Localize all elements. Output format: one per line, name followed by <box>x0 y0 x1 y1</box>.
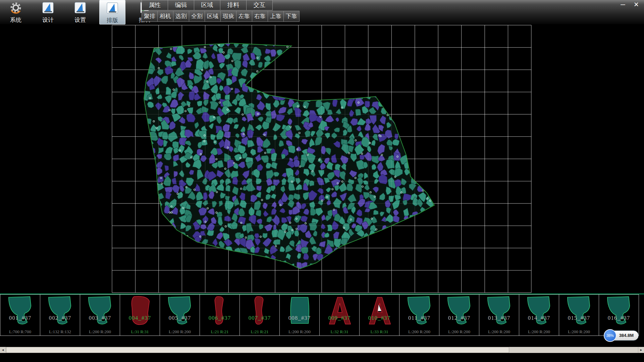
piece-thumbnail[interactable]: 008_#37L:200 R:200 <box>279 294 320 336</box>
tool-button-7[interactable]: 左靠 <box>236 11 252 22</box>
piece-thumbnail[interactable]: 012_#37L:200 R:200 <box>439 294 479 336</box>
piece-thumbnail[interactable]: 001_#37L:700 R:700 <box>0 294 40 336</box>
gear-icon <box>9 1 22 15</box>
piece-thumbnail[interactable]: 009_#37L:32 R:31 <box>319 294 360 336</box>
piece-lr-count: L:132 R:132 <box>40 329 80 335</box>
tool-button-5[interactable]: 区域 <box>205 11 221 22</box>
design-icon <box>42 1 54 15</box>
piece-thumbnail[interactable]: 010_#37L:33 R:31 <box>359 294 399 336</box>
toolbar-button-1[interactable]: 系统 <box>3 0 29 24</box>
toolbar-button-label: 排版 <box>107 16 118 24</box>
tool-button-9[interactable]: 上靠 <box>268 11 284 22</box>
nesting-canvas[interactable] <box>0 24 644 294</box>
piece-thumbnail[interactable]: 011_#37L:200 R:200 <box>399 294 439 336</box>
menu-area: 属性编辑区域排料交互 聚排相机选割全割区域瑕疵左靠右靠上靠下靠 <box>142 0 299 22</box>
piece-id: 007_#37 <box>240 315 279 321</box>
tool-button-6[interactable]: 瑕疵 <box>220 11 236 22</box>
piece-thumbnail[interactable]: 013_#37L:200 R:200 <box>479 294 519 336</box>
piece-lr-count: L:32 R:31 <box>320 329 359 335</box>
piece-lr-count: L:200 R:200 <box>519 329 559 335</box>
progress-circle: 38% <box>604 329 616 342</box>
menu-tab-1[interactable]: 属性 <box>142 0 168 10</box>
piece-id: 009_#37 <box>320 315 359 321</box>
settings-icon <box>74 1 87 15</box>
nesting-canvas-svg <box>0 24 644 294</box>
piece-thumbnail[interactable]: 015_#37L:200 R:200 <box>559 294 599 336</box>
tool-button-8[interactable]: 右靠 <box>252 11 268 22</box>
piece-lr-count: L:200 R:200 <box>399 329 439 335</box>
piece-id: 011_#37 <box>399 315 439 321</box>
piece-id: 002_#37 <box>40 315 80 321</box>
piece-id: 016_#37 <box>599 315 639 321</box>
piece-lr-count: L:31 R:31 <box>120 329 160 335</box>
piece-id: 014_#37 <box>519 315 559 321</box>
piece-thumbnail[interactable]: 014_#37L:200 R:200 <box>519 294 559 336</box>
menu-tab-row: 属性编辑区域排料交互 <box>142 0 299 10</box>
scroll-right-arrow[interactable]: ► <box>638 347 644 353</box>
piece-thumbnail[interactable]: 003_#37L:200 R:200 <box>80 294 120 336</box>
tool-button-2[interactable]: 相机 <box>157 11 173 22</box>
menu-tab-5[interactable]: 交互 <box>246 0 273 10</box>
tool-button-3[interactable]: 选割 <box>173 11 189 22</box>
app-window: 系统设计设置排版报表 属性编辑区域排料交互 聚排相机选割全割区域瑕疵左靠右靠上靠… <box>0 0 644 362</box>
piece-id: 005_#37 <box>160 315 200 321</box>
layout-icon <box>106 2 119 16</box>
piece-thumbnail[interactable]: 007_#37L:21 R:21 <box>239 294 280 336</box>
close-button[interactable]: ✕ <box>632 1 641 9</box>
piece-lr-count: L:200 R:200 <box>80 329 120 335</box>
menu-tab-3[interactable]: 区域 <box>194 0 220 10</box>
tool-button-row: 聚排相机选割全割区域瑕疵左靠右靠上靠下靠 <box>142 11 299 22</box>
tool-button-10[interactable]: 下靠 <box>283 11 300 22</box>
tool-button-1[interactable]: 聚排 <box>142 11 158 22</box>
toolbar-button-2[interactable]: 设计 <box>35 0 61 24</box>
piece-lr-count: L:33 R:31 <box>360 329 399 335</box>
piece-id: 008_#37 <box>280 315 319 321</box>
toolbar-button-label: 设置 <box>74 16 86 24</box>
piece-thumbnail[interactable]: 002_#37L:132 R:132 <box>40 294 80 336</box>
piece-id: 012_#37 <box>439 315 479 321</box>
toolbar-button-4[interactable]: 排版 <box>99 0 125 24</box>
piece-id: 004_#37 <box>120 315 160 321</box>
scroll-left-arrow[interactable]: ◄ <box>0 347 6 353</box>
piece-lr-count: L:21 R:21 <box>240 329 279 335</box>
main-toolbar: 系统设计设置排版报表 <box>3 0 158 24</box>
top-toolbar: 系统设计设置排版报表 属性编辑区域排料交互 聚排相机选割全割区域瑕疵左靠右靠上靠… <box>0 0 644 24</box>
toolbar-button-3[interactable]: 设置 <box>67 0 93 24</box>
piece-lr-count: L:21 R:21 <box>200 329 239 335</box>
scrollbar-thumb[interactable] <box>6 347 509 353</box>
piece-thumbnail[interactable]: 016_#37L:200 R:200 <box>599 294 639 336</box>
piece-lr-count: L:700 R:700 <box>0 329 40 335</box>
piece-id: 006_#37 <box>200 315 239 321</box>
window-controls: ─ ✕ <box>619 1 641 9</box>
menu-tab-4[interactable]: 排料 <box>220 0 247 10</box>
toolbar-button-label: 系统 <box>10 16 21 24</box>
piece-id: 010_#37 <box>360 315 399 321</box>
piece-lr-count: L:200 R:200 <box>479 329 519 335</box>
piece-id: 003_#37 <box>80 315 120 321</box>
piece-thumbnail-strip: 001_#37L:700 R:700002_#37L:132 R:132003_… <box>0 294 644 336</box>
piece-id: 015_#37 <box>559 315 599 321</box>
piece-lr-count: L:200 R:200 <box>160 329 200 335</box>
piece-thumbnail[interactable]: 004_#37L:31 R:31 <box>120 294 160 336</box>
piece-lr-count: L:200 R:200 <box>559 329 599 335</box>
horizontal-scrollbar[interactable]: ◄ ► <box>0 347 644 353</box>
tool-button-4[interactable]: 全割 <box>189 11 205 22</box>
minimize-button[interactable]: ─ <box>619 1 627 9</box>
piece-id: 001_#37 <box>0 315 40 321</box>
piece-thumbnail[interactable]: 005_#37L:200 R:200 <box>160 294 200 336</box>
toolbar-button-label: 设计 <box>42 16 54 24</box>
piece-thumbnail[interactable]: 006_#37L:21 R:21 <box>200 294 240 336</box>
menu-tab-2[interactable]: 编辑 <box>168 0 194 10</box>
piece-id: 013_#37 <box>479 315 519 321</box>
piece-lr-count: L:200 R:200 <box>280 329 319 335</box>
piece-lr-count: L:200 R:200 <box>439 329 479 335</box>
